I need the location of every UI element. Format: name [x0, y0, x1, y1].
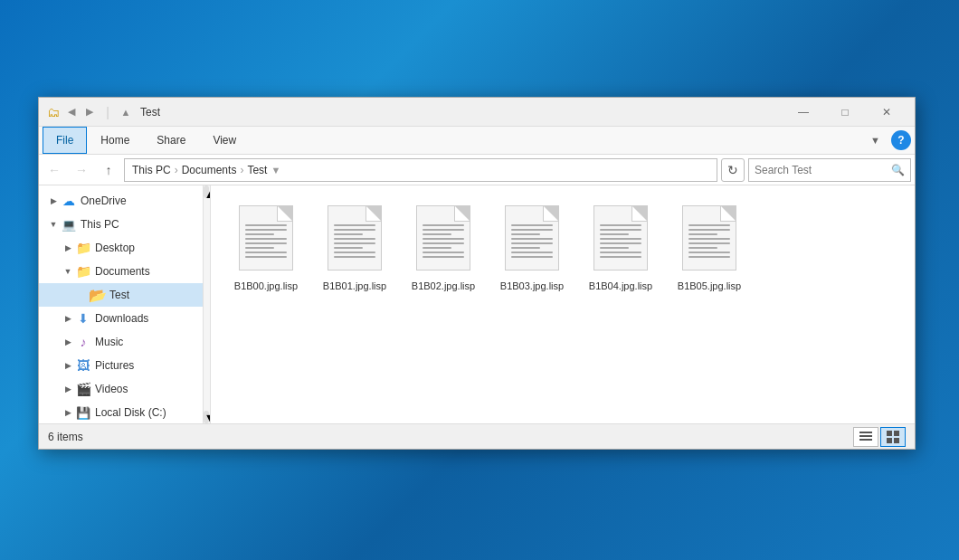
doc-lines	[511, 224, 553, 258]
refresh-button[interactable]: ↻	[721, 158, 745, 182]
file-item[interactable]: B1B02.jpg.lisp	[403, 200, 484, 298]
svg-rect-2	[859, 439, 872, 441]
up-button[interactable]: ↑	[97, 158, 120, 182]
sidebar-item-onedrive[interactable]: ▶ ☁ OneDrive	[39, 189, 210, 213]
sidebar-item-videos[interactable]: ▶ 🎬 Videos	[39, 377, 210, 401]
item-count: 6 items	[48, 431, 83, 443]
sidebar-item-music[interactable]: ▶ ♪ Music	[39, 330, 210, 354]
toggle-downloads[interactable]: ▶	[61, 311, 75, 326]
sidebar-item-downloads[interactable]: ▶ ⬇ Downloads	[39, 307, 210, 330]
view-large-icons-button[interactable]	[880, 427, 906, 447]
window-title: Test	[140, 106, 783, 119]
large-icons-view-icon	[887, 431, 899, 443]
toggle-videos[interactable]: ▶	[61, 382, 75, 396]
toggle-onedrive[interactable]: ▶	[46, 194, 61, 208]
breadcrumb-item-thispc[interactable]: This PC	[132, 164, 171, 176]
tab-file[interactable]: File	[43, 127, 87, 154]
doc-line	[511, 229, 553, 231]
doc-line	[511, 233, 540, 235]
breadcrumb-item-documents[interactable]: Documents	[182, 164, 237, 176]
ribbon-expand-arrow[interactable]: ▼	[863, 135, 888, 146]
doc-line	[600, 224, 641, 226]
doc-line	[334, 252, 375, 253]
tab-view[interactable]: View	[199, 127, 250, 154]
doc-corner	[632, 206, 647, 221]
music-icon: ♪	[75, 334, 91, 350]
search-input[interactable]	[755, 164, 891, 176]
scroll-up-arrow[interactable]: ▲	[204, 185, 209, 198]
documents-icon: 📁	[75, 263, 91, 280]
sidebar-item-desktop[interactable]: ▶ 📁 Desktop	[39, 236, 210, 260]
sidebar-scrollbar: ▲ ▼	[203, 185, 210, 423]
toggle-desktop[interactable]: ▶	[61, 241, 75, 255]
sidebar-item-pictures[interactable]: ▶ 🖼 Pictures	[39, 354, 210, 377]
doc-line	[334, 229, 375, 231]
search-icon[interactable]: 🔍	[891, 164, 905, 176]
toggle-thispc[interactable]: ▼	[46, 217, 61, 232]
title-bar: 🗂 ◀ ▶ | ▲ Test — □ ✕	[39, 98, 915, 127]
sidebar-label-videos: Videos	[95, 383, 128, 395]
forward-button[interactable]: →	[70, 158, 93, 182]
toggle-music[interactable]: ▶	[61, 335, 75, 349]
sidebar-item-documents[interactable]: ▼ 📁 Documents	[39, 260, 210, 283]
sidebar-label-downloads: Downloads	[95, 312, 148, 325]
doc-line	[600, 238, 641, 240]
doc-corner	[721, 206, 736, 221]
doc-corner	[455, 206, 470, 221]
file-item[interactable]: B1B04.jpg.lisp	[580, 200, 661, 298]
view-details-button[interactable]	[853, 427, 878, 447]
doc-line	[511, 238, 553, 240]
sidebar: ▶ ☁ OneDrive ▼ 💻 This PC ▶ 📁 Desktop ▼ 📁…	[39, 185, 211, 423]
svg-rect-4	[894, 431, 899, 436]
scroll-down-arrow[interactable]: ▼	[204, 411, 209, 423]
sidebar-label-pictures: Pictures	[95, 359, 134, 372]
address-path[interactable]: This PC › Documents › Test ▼	[124, 158, 717, 182]
sidebar-item-thispc[interactable]: ▼ 💻 This PC	[39, 213, 210, 236]
doc-line	[245, 233, 274, 235]
doc-line	[334, 238, 375, 240]
doc-line	[688, 233, 717, 235]
maximize-button[interactable]: □	[824, 98, 866, 127]
file-item[interactable]: B1B01.jpg.lisp	[314, 200, 395, 298]
file-name: B1B03.jpg.lisp	[500, 280, 564, 292]
tab-share[interactable]: Share	[143, 127, 199, 154]
file-area: B1B00.jpg.lispB1B01.jpg.lispB1B02.jpg.li…	[211, 185, 915, 423]
forward-icon: ▶	[82, 105, 97, 119]
sidebar-item-localdisk[interactable]: ▶ 💾 Local Disk (C:)	[39, 401, 210, 423]
svg-rect-0	[859, 432, 872, 433]
ribbon: File Home Share View ▼ ?	[39, 127, 915, 155]
doc-line	[511, 242, 553, 244]
file-item[interactable]: B1B03.jpg.lisp	[491, 200, 573, 298]
doc-line	[688, 242, 730, 244]
search-box[interactable]: 🔍	[748, 158, 911, 182]
breadcrumb-item-test[interactable]: Test	[247, 164, 267, 176]
address-dropdown-arrow[interactable]: ▼	[271, 165, 280, 176]
toggle-documents[interactable]: ▼	[61, 264, 75, 279]
doc-line	[600, 233, 629, 235]
doc-line	[600, 247, 629, 249]
file-icon-wrapper	[237, 205, 295, 276]
close-button[interactable]: ✕	[866, 98, 907, 127]
doc-line	[334, 233, 363, 235]
doc-line	[688, 229, 730, 231]
toggle-localdisk[interactable]: ▶	[61, 405, 75, 420]
minimize-button[interactable]: —	[783, 98, 824, 127]
help-button[interactable]: ?	[891, 130, 911, 150]
doc-lines	[688, 224, 730, 258]
doc-line	[334, 256, 375, 258]
file-item[interactable]: B1B05.jpg.lisp	[669, 200, 750, 298]
doc-line	[334, 224, 375, 226]
document-icon	[593, 205, 648, 271]
divider: |	[100, 105, 115, 119]
back-button[interactable]: ←	[43, 158, 66, 182]
tab-home[interactable]: Home	[87, 127, 143, 154]
file-item[interactable]: B1B00.jpg.lisp	[225, 200, 307, 298]
doc-corner	[366, 206, 381, 221]
sidebar-item-test[interactable]: ▶ 📂 Test	[39, 283, 210, 307]
breadcrumb-separator-2: ›	[240, 164, 243, 176]
doc-line	[688, 247, 717, 249]
toggle-pictures[interactable]: ▶	[61, 358, 75, 373]
doc-line	[423, 256, 464, 258]
doc-line	[600, 252, 641, 253]
doc-line	[245, 224, 287, 226]
